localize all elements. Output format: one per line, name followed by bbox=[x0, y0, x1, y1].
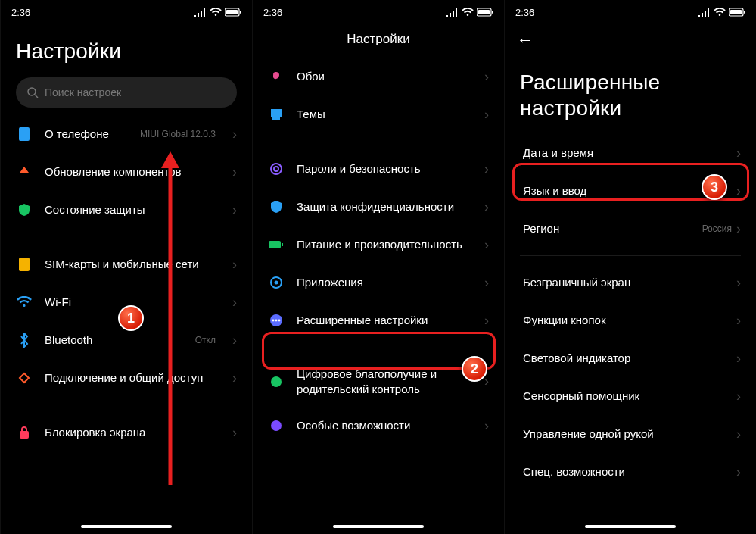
home-indicator[interactable] bbox=[333, 525, 424, 528]
item-date-time[interactable]: Дата и время › bbox=[505, 134, 756, 172]
wifi-icon bbox=[714, 8, 726, 17]
settings-list: Обои › Темы › Пароли и безопасность › За… bbox=[253, 58, 504, 534]
svg-point-14 bbox=[274, 167, 278, 171]
update-icon bbox=[16, 164, 33, 180]
item-about-phone[interactable]: О телефоне MIUI Global 12.0.3 › bbox=[1, 115, 252, 153]
bluetooth-icon bbox=[16, 332, 33, 348]
battery-icon bbox=[729, 8, 745, 17]
chevron-right-icon: › bbox=[484, 313, 489, 329]
back-button[interactable]: ← bbox=[517, 30, 534, 50]
settings-list: О телефоне MIUI Global 12.0.3 › Обновлен… bbox=[1, 115, 252, 534]
page-title: Настройки bbox=[253, 24, 504, 58]
page-title: Расширенные настройки bbox=[505, 61, 756, 134]
phone-screen-3: 2:36 ← Расширенные настройки Дата и врем… bbox=[504, 0, 756, 534]
chevron-right-icon: › bbox=[232, 202, 237, 218]
item-buttons[interactable]: Функции кнопок › bbox=[505, 301, 756, 339]
item-apps[interactable]: Приложения › bbox=[253, 264, 504, 301]
chevron-right-icon: › bbox=[736, 389, 741, 404]
svg-rect-26 bbox=[744, 11, 745, 14]
chevron-right-icon: › bbox=[484, 69, 489, 85]
themes-icon bbox=[268, 106, 285, 123]
fingerprint-icon bbox=[268, 161, 285, 177]
svg-point-20 bbox=[272, 320, 275, 322]
chevron-right-icon: › bbox=[736, 351, 741, 367]
accessibility-icon bbox=[268, 417, 285, 434]
item-one-handed[interactable]: Управление одной рукой › bbox=[505, 415, 756, 453]
svg-point-22 bbox=[278, 320, 281, 322]
chevron-right-icon: › bbox=[232, 295, 237, 311]
svg-rect-7 bbox=[20, 431, 29, 439]
phone-screen-1: 2:36 Настройки Поиск настроек О телефоне… bbox=[0, 0, 252, 534]
item-sim[interactable]: SIM-карты и мобильные сети › bbox=[1, 245, 252, 283]
wallpaper-icon bbox=[268, 68, 285, 85]
battery-icon bbox=[477, 8, 493, 17]
svg-rect-10 bbox=[478, 10, 490, 14]
status-icons bbox=[194, 8, 241, 17]
status-icons bbox=[446, 8, 493, 17]
chevron-right-icon: › bbox=[736, 313, 741, 329]
item-lockscreen[interactable]: Блокировка экрана › bbox=[1, 414, 252, 451]
svg-rect-6 bbox=[19, 258, 30, 271]
chevron-right-icon: › bbox=[736, 275, 741, 291]
svg-point-18 bbox=[275, 281, 278, 285]
chevron-right-icon: › bbox=[484, 418, 489, 434]
item-fullscreen[interactable]: Безграничный экран › bbox=[505, 264, 756, 301]
home-indicator[interactable] bbox=[81, 525, 172, 528]
item-wallpaper[interactable]: Обои › bbox=[253, 58, 504, 95]
item-privacy[interactable]: Защита конфиденциальности › bbox=[253, 188, 504, 226]
privacy-shield-icon bbox=[268, 198, 285, 215]
item-wellbeing[interactable]: Цифровое благополучие и родительский кон… bbox=[253, 356, 504, 407]
wifi-icon bbox=[462, 8, 474, 17]
item-wifi[interactable]: Wi-Fi › bbox=[1, 283, 252, 321]
chevron-right-icon: › bbox=[736, 464, 741, 480]
gear-icon bbox=[268, 274, 285, 291]
svg-point-21 bbox=[275, 320, 278, 322]
chevron-right-icon: › bbox=[484, 107, 489, 123]
item-advanced-settings[interactable]: Расширенные настройки › bbox=[253, 301, 504, 339]
chevron-right-icon: › bbox=[232, 126, 237, 142]
svg-rect-9 bbox=[492, 11, 493, 14]
battery-icon bbox=[268, 236, 285, 253]
wifi-icon bbox=[16, 294, 33, 311]
chevron-right-icon: › bbox=[736, 183, 741, 199]
search-placeholder: Поиск настроек bbox=[45, 86, 121, 98]
chevron-right-icon: › bbox=[484, 275, 489, 291]
home-indicator[interactable] bbox=[585, 525, 676, 528]
signal-icon bbox=[194, 8, 207, 17]
advanced-list: Дата и время › Язык и ввод › Регион Росс… bbox=[505, 134, 756, 534]
item-connection[interactable]: Подключение и общий доступ › bbox=[1, 359, 252, 397]
chevron-right-icon: › bbox=[736, 426, 741, 442]
shield-icon bbox=[16, 201, 33, 218]
item-passwords[interactable]: Пароли и безопасность › bbox=[253, 150, 504, 188]
svg-rect-2 bbox=[226, 10, 238, 14]
status-bar: 2:36 bbox=[1, 0, 252, 24]
svg-rect-11 bbox=[271, 109, 282, 117]
wellbeing-icon bbox=[268, 373, 285, 390]
svg-point-3 bbox=[28, 88, 36, 95]
item-themes[interactable]: Темы › bbox=[253, 95, 504, 133]
item-language-input[interactable]: Язык и ввод › bbox=[505, 172, 756, 210]
battery-icon bbox=[225, 8, 241, 17]
item-updates[interactable]: Обновление компонентов › bbox=[1, 153, 252, 191]
signal-icon bbox=[698, 8, 711, 17]
search-input[interactable]: Поиск настроек bbox=[16, 77, 237, 108]
signal-icon bbox=[446, 8, 459, 17]
item-touch-assistant[interactable]: Сенсорный помощник › bbox=[505, 377, 756, 415]
chevron-right-icon: › bbox=[484, 161, 489, 177]
item-accessibility[interactable]: Особые возможности › bbox=[253, 407, 504, 445]
item-special-features[interactable]: Спец. возможности › bbox=[505, 453, 756, 491]
item-led[interactable]: Световой индикатор › bbox=[505, 339, 756, 377]
page-title: Настройки bbox=[1, 24, 252, 77]
item-battery[interactable]: Питание и производительность › bbox=[253, 226, 504, 264]
wifi-icon bbox=[210, 8, 222, 17]
chevron-right-icon: › bbox=[232, 164, 237, 180]
item-security-status[interactable]: Состояние защиты › bbox=[1, 191, 252, 229]
item-region[interactable]: Регион Россия › bbox=[505, 210, 756, 248]
status-icons bbox=[698, 8, 745, 17]
item-bluetooth[interactable]: Bluetooth Откл › bbox=[1, 321, 252, 359]
more-icon bbox=[268, 312, 285, 329]
header-back: ← bbox=[505, 24, 756, 61]
phone-screen-2: 2:36 Настройки Обои › Темы › Пароли и бе… bbox=[252, 0, 504, 534]
share-icon bbox=[16, 370, 33, 386]
search-icon bbox=[26, 86, 39, 98]
